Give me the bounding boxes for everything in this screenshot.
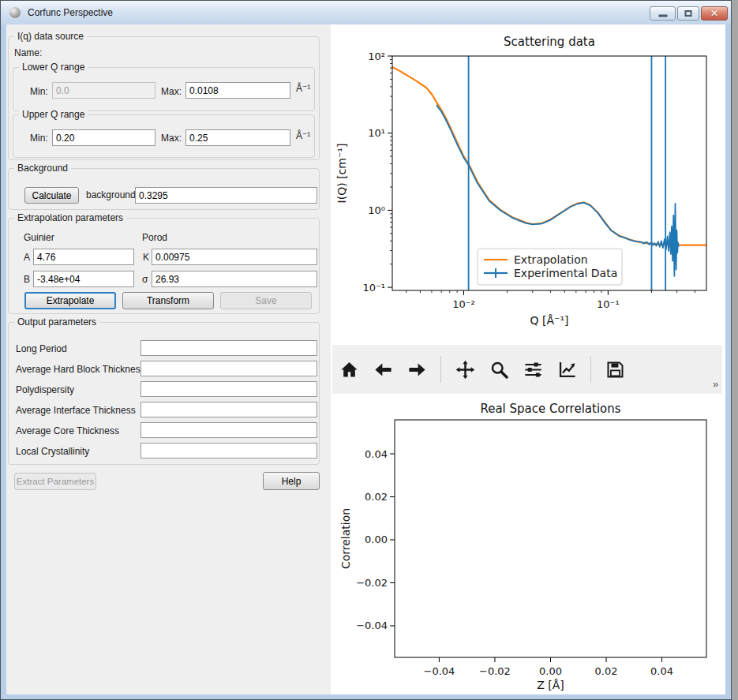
group-title: Upper Q range xyxy=(19,109,88,120)
param-b-input[interactable] xyxy=(33,271,134,287)
param-a-input[interactable] xyxy=(33,249,134,265)
toolbar-separator xyxy=(440,356,441,383)
svg-text:I(Q) [cm⁻¹]: I(Q) [cm⁻¹] xyxy=(335,144,348,204)
background-label: background xyxy=(86,189,136,200)
scattering-chart[interactable]: 10⁻²10⁻¹10⁻¹10⁰10¹10²Scattering dataQ [Å… xyxy=(332,24,725,345)
window-content: I(q) data source Name: Lower Q range Min… xyxy=(6,24,725,694)
zoom-icon[interactable] xyxy=(487,357,511,381)
maximize-button[interactable] xyxy=(677,6,699,21)
output-row-label: Average Hard Block Thickness xyxy=(16,364,145,375)
subplots-icon[interactable] xyxy=(521,357,545,381)
upper-q-min-input[interactable] xyxy=(52,129,155,146)
upper-q-max-input[interactable] xyxy=(185,129,290,146)
plot-toolbar xyxy=(332,345,722,394)
svg-text:0.02: 0.02 xyxy=(365,491,388,503)
param-sigma-input[interactable] xyxy=(152,271,317,287)
group-title: I(q) data source xyxy=(14,31,87,42)
lower-q-max-label: Max: xyxy=(161,86,182,97)
title-bar: Corfunc Perspective ✕ xyxy=(1,1,731,24)
group-title: Lower Q range xyxy=(19,62,88,73)
output-row-label: Average Core Thickness xyxy=(16,425,119,436)
svg-text:0.00: 0.00 xyxy=(539,665,562,677)
window-title: Corfunc Perspective xyxy=(28,1,113,24)
minimize-button[interactable] xyxy=(650,6,676,21)
svg-text:0.04: 0.04 xyxy=(365,448,388,460)
forward-icon[interactable] xyxy=(405,357,429,381)
long-period-output[interactable] xyxy=(140,340,317,356)
calculate-button[interactable]: Calculate xyxy=(24,187,79,204)
upper-q-unit: Å⁻¹ xyxy=(296,130,310,141)
core-thickness-output[interactable] xyxy=(140,422,317,438)
output-row-label: Local Crystallinity xyxy=(16,446,89,457)
svg-text:10⁻¹: 10⁻¹ xyxy=(597,298,620,310)
guinier-label: Guinier xyxy=(24,232,54,243)
svg-text:Extrapolation: Extrapolation xyxy=(514,253,588,266)
close-icon: ✕ xyxy=(710,9,718,18)
back-icon[interactable] xyxy=(371,357,395,381)
toolbar-expand-button[interactable]: » xyxy=(713,378,719,390)
svg-text:Experimental Data: Experimental Data xyxy=(514,267,617,279)
output-row-label: Average Interface Thickness xyxy=(16,405,136,416)
extrapolate-button[interactable]: Extrapolate xyxy=(24,292,116,309)
svg-text:Real Space Correlations: Real Space Correlations xyxy=(480,402,620,416)
group-title: Output parameters xyxy=(14,316,99,328)
svg-text:10²: 10² xyxy=(368,51,385,62)
correlation-chart[interactable]: −0.04−0.020.000.020.040.040.020.00−0.02−… xyxy=(332,394,725,694)
lower-q-unit: Å⁻¹ xyxy=(296,83,310,94)
minimize-icon xyxy=(658,15,667,17)
customize-icon[interactable] xyxy=(555,357,579,381)
crystallinity-output[interactable] xyxy=(140,443,317,459)
toolbar-separator xyxy=(590,356,591,383)
maximize-icon xyxy=(685,10,692,17)
lower-q-min-label: Min: xyxy=(30,86,48,97)
upper-q-max-label: Max: xyxy=(161,133,182,144)
app-icon xyxy=(9,7,21,18)
svg-text:−0.04: −0.04 xyxy=(424,665,455,677)
polydispersity-output[interactable] xyxy=(140,381,317,397)
param-a-label: A xyxy=(24,252,30,263)
porod-label: Porod xyxy=(142,232,167,243)
svg-text:Q [Å⁻¹]: Q [Å⁻¹] xyxy=(530,314,569,327)
transform-button[interactable]: Transform xyxy=(122,292,214,309)
svg-text:0.02: 0.02 xyxy=(595,665,618,677)
svg-text:0.04: 0.04 xyxy=(650,665,673,677)
lower-q-min-input[interactable] xyxy=(52,82,155,99)
output-row-label: Polydispersity xyxy=(16,384,74,395)
save-icon[interactable] xyxy=(603,357,627,381)
home-icon[interactable] xyxy=(337,357,361,381)
param-k-input[interactable] xyxy=(152,249,317,265)
group-title: Background xyxy=(14,163,71,174)
corfunc-window: Corfunc Perspective ✕ I(q) data source N… xyxy=(0,0,732,700)
background-input[interactable] xyxy=(135,187,317,204)
svg-text:10⁻²: 10⁻² xyxy=(452,298,475,310)
svg-text:−0.02: −0.02 xyxy=(356,577,388,589)
pan-icon[interactable] xyxy=(453,357,477,381)
svg-text:−0.02: −0.02 xyxy=(479,665,511,677)
svg-text:Correlation: Correlation xyxy=(339,508,352,569)
close-button[interactable]: ✕ xyxy=(701,6,728,21)
param-b-label: B xyxy=(24,274,30,285)
svg-text:Scattering data: Scattering data xyxy=(504,35,595,49)
param-sigma-label: σ xyxy=(142,274,148,285)
save-button[interactable]: Save xyxy=(220,292,312,309)
param-k-label: K xyxy=(143,252,149,263)
svg-text:Z [Å]: Z [Å] xyxy=(537,679,564,691)
svg-text:10¹: 10¹ xyxy=(368,127,385,139)
svg-text:10⁰: 10⁰ xyxy=(368,204,385,216)
group-title: Extrapolation parameters xyxy=(14,212,126,223)
interface-thickness-output[interactable] xyxy=(140,402,317,417)
svg-text:−0.04: −0.04 xyxy=(356,620,388,631)
svg-text:0.00: 0.00 xyxy=(365,533,388,545)
upper-q-min-label: Min: xyxy=(30,133,48,144)
svg-text:10⁻¹: 10⁻¹ xyxy=(362,282,385,294)
help-button[interactable]: Help xyxy=(263,472,320,490)
hard-block-output[interactable] xyxy=(140,361,317,376)
name-label: Name: xyxy=(14,47,42,58)
lower-q-max-input[interactable] xyxy=(185,82,290,99)
extract-parameters-button[interactable]: Extract Parameters xyxy=(14,473,96,490)
output-row-label: Long Period xyxy=(16,343,67,354)
